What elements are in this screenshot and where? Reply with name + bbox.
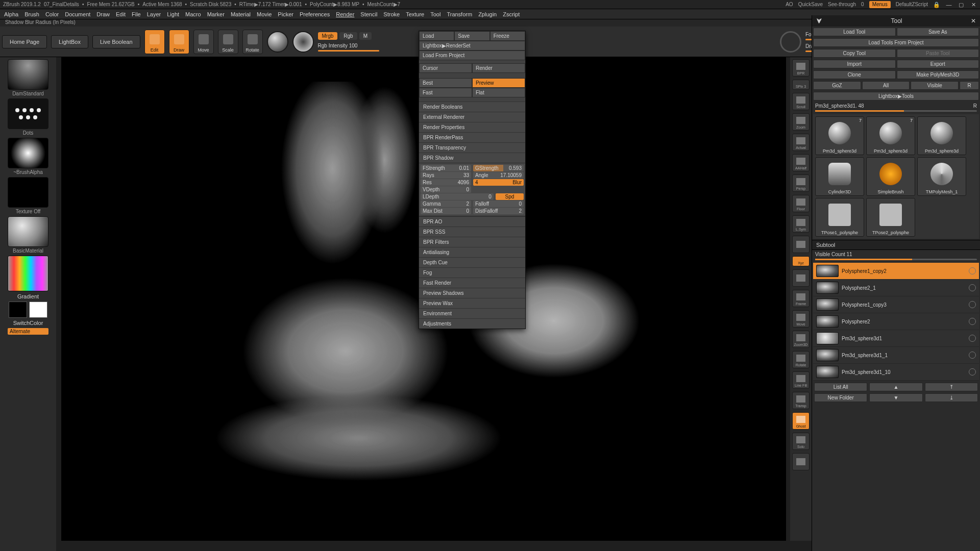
brush-swatch[interactable]: DamStandard — [7, 59, 50, 96]
spd-toggle[interactable]: Spd — [496, 193, 524, 200]
xyz-toggle[interactable]: Xyz — [792, 256, 810, 266]
render-tab[interactable]: Render — [472, 63, 525, 73]
move3d-button[interactable]: Move — [792, 310, 810, 328]
section-preview-shadows[interactable]: Preview Shadows — [419, 288, 525, 298]
lock-icon[interactable]: 🔒 — [933, 1, 940, 8]
subtool-row[interactable]: Polysphere1_copy2 — [813, 263, 979, 280]
menu-layer[interactable]: Layer — [147, 11, 161, 17]
spix-slider[interactable]: SPix 3 — [792, 80, 810, 90]
menu-light[interactable]: Light — [167, 11, 179, 17]
rotate-mode-button[interactable]: Rotate — [242, 30, 263, 54]
export-button[interactable]: Export — [897, 60, 979, 68]
move-down-button[interactable]: ▼ — [869, 393, 922, 402]
eye-icon[interactable] — [969, 352, 976, 359]
close-icon[interactable]: ✕ — [970, 1, 977, 8]
m-toggle[interactable]: M — [359, 32, 372, 40]
render-save-button[interactable]: Save — [454, 31, 489, 41]
distfalloff-slider[interactable]: DistFalloff2 — [473, 208, 524, 214]
section-environment[interactable]: Environment — [419, 308, 525, 318]
angle-slider[interactable]: Angle17.10059 — [473, 172, 524, 179]
scale-mode-button[interactable]: Scale — [218, 30, 238, 54]
linefill-button[interactable]: Line Fill — [792, 371, 810, 389]
subtool-header[interactable]: Subtool — [812, 240, 980, 250]
vdepth-slider[interactable]: VDepth0 — [421, 186, 471, 193]
texture-swatch[interactable]: Texture Off — [7, 177, 50, 214]
floor-button[interactable]: Floor — [792, 195, 810, 212]
tool-item[interactable]: TMPolyMesh_1 — [917, 157, 966, 196]
goz-button[interactable]: GoZ — [813, 81, 861, 90]
polyframe-button[interactable] — [792, 236, 810, 253]
ldepth-slider[interactable]: LDepth0 — [421, 193, 494, 200]
copy-tool-button[interactable]: Copy Tool — [813, 49, 896, 58]
fast-button[interactable]: Fast — [419, 88, 472, 97]
draw-mode-button[interactable]: Draw — [169, 30, 189, 54]
alternate-toggle[interactable]: Alternate — [8, 328, 48, 335]
menus-toggle[interactable]: Menus — [869, 1, 891, 8]
saveas-button[interactable]: Save As — [897, 28, 979, 36]
clone-button[interactable]: Clone — [813, 70, 896, 79]
subtool-row[interactable]: Polysphere1_copy3 — [813, 296, 979, 313]
persp-button[interactable]: Persp — [792, 174, 810, 192]
lightbox-button[interactable]: LightBox — [51, 35, 88, 48]
solo-button[interactable]: Solo — [792, 433, 810, 450]
eye-icon[interactable] — [969, 368, 976, 375]
edit-mode-button[interactable]: Edit — [144, 30, 165, 54]
move-bottom-button[interactable]: ⤓ — [925, 393, 978, 402]
menu-preferences[interactable]: Preferences — [300, 11, 330, 17]
section-bpr-transparency[interactable]: BPR Transparency — [419, 142, 525, 153]
menu-zscript[interactable]: Zscript — [503, 11, 520, 17]
default-zscript[interactable]: DefaultZScript — [896, 2, 928, 7]
subtool-row[interactable]: Pm3d_sphere3d1_10 — [813, 364, 979, 381]
res-slider[interactable]: Res4096 — [421, 179, 471, 186]
tool-item[interactable]: 7Pm3d_sphere3d — [866, 116, 915, 155]
zoom3d-button[interactable]: Zoom3D — [792, 331, 810, 348]
minimize-icon[interactable]: — — [945, 1, 952, 8]
menu-document[interactable]: Document — [65, 11, 90, 17]
render-freeze-button[interactable]: Freeze — [490, 31, 525, 41]
paste-tool-button[interactable]: Paste Tool — [897, 49, 979, 58]
preview-button[interactable]: Preview — [472, 78, 525, 88]
gstrength-slider[interactable]: GStrength0.593 — [473, 165, 524, 171]
maxdist-slider[interactable]: Max Dist0 — [421, 208, 471, 214]
menu-tool[interactable]: Tool — [430, 11, 440, 17]
extra-button[interactable] — [792, 453, 810, 470]
tool-index-slider[interactable]: Pm3d_sphere3d1. 48 R — [812, 102, 980, 113]
menu-material[interactable]: Material — [231, 11, 251, 17]
bpr-button[interactable]: BPR — [792, 59, 810, 77]
rotate3d-button[interactable]: Rotate — [792, 351, 810, 368]
bw-swatches[interactable] — [9, 302, 47, 318]
menu-stroke[interactable]: Stroke — [383, 11, 400, 17]
eye-icon[interactable] — [969, 301, 976, 308]
live-boolean-button[interactable]: Live Boolean — [92, 35, 140, 48]
aahalf-button[interactable]: AAHalf — [792, 154, 810, 171]
section-bpr-shadow[interactable]: BPR Shadow — [419, 153, 525, 163]
switchcolor-button[interactable]: SwitchColor — [13, 320, 43, 326]
transpose-button[interactable] — [792, 269, 810, 287]
render-lightbox-button[interactable]: Lightbox▶RenderSet — [419, 41, 525, 51]
active-matcap-icon[interactable] — [267, 31, 288, 53]
home-page-button[interactable]: Home Page — [2, 35, 47, 48]
lightbox-tools-button[interactable]: Lightbox▶Tools — [813, 92, 979, 101]
rgb-intensity-slider[interactable]: Rgb Intensity 100 — [318, 43, 379, 52]
move-up-button[interactable]: ▲ — [869, 383, 922, 391]
lsym-button[interactable]: L.Sym — [792, 215, 810, 233]
cursor-tab[interactable]: Cursor — [419, 63, 472, 73]
alpha-swatch[interactable]: ~BrushAlpha — [7, 138, 50, 175]
tool-item[interactable]: TPose1_polysphe — [815, 198, 864, 237]
section-fast-render[interactable]: Fast Render — [419, 278, 525, 288]
visible-count-slider[interactable]: Visible Count 11 — [812, 250, 980, 262]
menu-transform[interactable]: Transform — [447, 11, 472, 17]
mrgb-toggle[interactable]: Mrgb — [318, 32, 338, 40]
material-swatch[interactable]: BasicMaterial — [7, 216, 50, 254]
menu-edit[interactable]: Edit — [116, 11, 126, 17]
eye-icon[interactable] — [969, 335, 976, 342]
quicksave-button[interactable]: QuickSave — [798, 2, 823, 7]
frame-button[interactable]: Frame — [792, 290, 810, 307]
flat-button[interactable]: Flat — [472, 88, 525, 97]
menu-stencil[interactable]: Stencil — [360, 11, 377, 17]
goz-visible-button[interactable]: Visible — [911, 81, 959, 90]
menu-movie[interactable]: Movie — [257, 11, 272, 17]
menu-macro[interactable]: Macro — [185, 11, 201, 17]
tool-header[interactable]: ⮟ Tool ✕ — [812, 15, 980, 27]
best-button[interactable]: Best — [419, 78, 472, 88]
